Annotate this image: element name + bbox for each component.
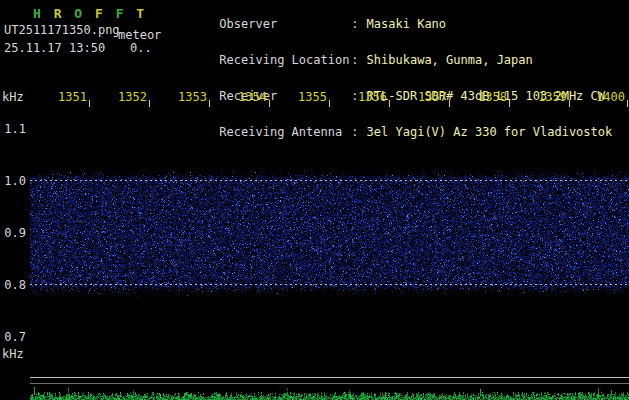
info-separator: : <box>351 53 358 67</box>
app-title-letter: H <box>33 6 41 21</box>
time-tick-label: 1356 <box>357 90 387 104</box>
time-tick-label: 1357 <box>417 90 447 104</box>
info-row: Receiving Location:Shibukawa, Gunma, Jap… <box>176 42 612 78</box>
reference-line-1khz <box>30 180 629 181</box>
app-title: H R O F F T <box>33 6 149 21</box>
freq-tick-label: 1.0 <box>2 174 26 188</box>
reference-line-0p8khz <box>30 284 629 285</box>
app-title-letter: R <box>54 6 62 21</box>
time-tick-mark <box>329 100 330 107</box>
time-tick-label: 1352 <box>117 90 147 104</box>
freq-tick-label: 1.1 <box>2 122 26 136</box>
time-tick-label: 1355 <box>297 90 327 104</box>
signal-strip <box>30 386 629 400</box>
time-tick-mark <box>509 100 510 107</box>
echo-counter: 0.. <box>130 42 152 54</box>
time-tick-mark <box>569 100 570 107</box>
freq-unit-bottom: kHz <box>2 347 24 361</box>
time-tick-label: 1358 <box>477 90 507 104</box>
time-tick-mark <box>149 100 150 107</box>
app-title-letter: F <box>95 6 103 21</box>
output-filename: UT2511171350.png <box>4 24 120 36</box>
info-label: Receiving Location <box>219 54 351 66</box>
app-title-letter: T <box>136 6 144 21</box>
info-label: Observer <box>219 18 351 30</box>
hrofft-screen: H R O F F T UT2511171350.png meteor 25.1… <box>0 0 629 400</box>
info-value: Masaki Kano <box>367 17 446 31</box>
baseline-lower <box>30 383 629 384</box>
time-tick-label: 1354 <box>237 90 267 104</box>
time-tick-label: 1359 <box>537 90 567 104</box>
time-tick-mark <box>449 100 450 107</box>
freq-unit-top: kHz <box>2 90 24 104</box>
time-tick-mark <box>269 100 270 107</box>
spectrogram <box>30 108 629 346</box>
time-tick-label: 1351 <box>57 90 87 104</box>
time-tick-mark <box>209 100 210 107</box>
app-title-letter: O <box>74 6 82 21</box>
time-tick-mark <box>389 100 390 107</box>
freq-tick-label: 0.8 <box>2 278 26 292</box>
time-tick-mark <box>89 100 90 107</box>
info-row: Observer:Masaki Kano <box>176 6 612 42</box>
time-tick-label: 1353 <box>177 90 207 104</box>
info-value: Shibukawa, Gunma, Japan <box>367 53 533 67</box>
time-tick-label: 1400 <box>595 90 625 104</box>
baseline-upper <box>30 377 629 378</box>
freq-tick-label: 0.9 <box>2 226 26 240</box>
app-title-letter: F <box>116 6 124 21</box>
freq-tick-label: 0.7 <box>2 330 26 344</box>
info-separator: : <box>351 17 358 31</box>
datetime: 25.11.17 13:50 <box>4 42 105 54</box>
time-tick-mark <box>627 100 628 107</box>
observation-name: meteor <box>118 29 161 41</box>
